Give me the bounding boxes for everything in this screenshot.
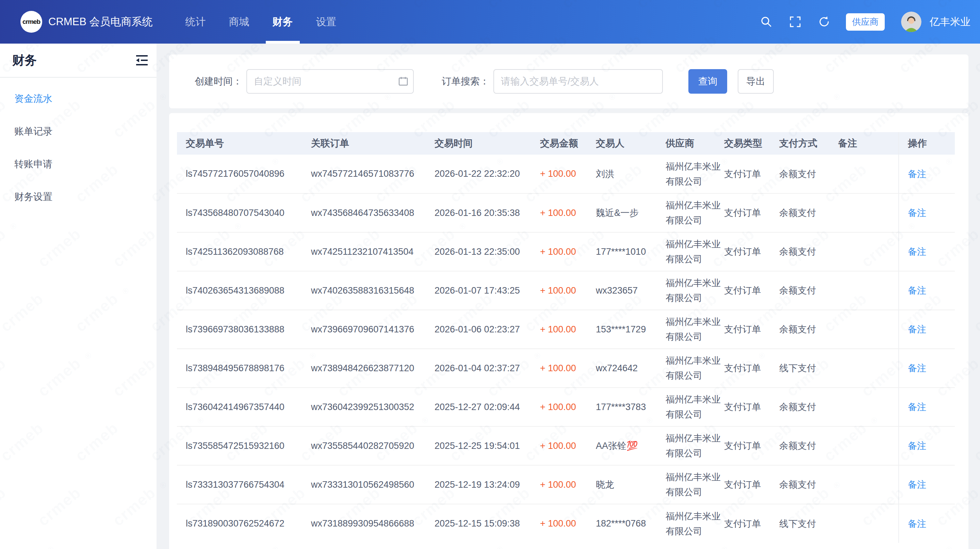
cell-remark [829,193,899,232]
collapse-menu-icon[interactable] [135,54,149,66]
column-header-9: 操作 [899,132,955,155]
remark-link[interactable]: 备注 [908,363,926,373]
cell-actions: 备注 [899,155,955,193]
cell-no: ls742511362093088768 [177,232,302,271]
table-body: ls745772176057040896wx745772146571083776… [177,155,955,543]
cell-no: ls743568480707543040 [177,193,302,232]
cell-type: 支付订单 [715,155,770,193]
order-search-input[interactable] [493,69,663,94]
date-range-input[interactable] [247,69,414,94]
sidebar-item-0[interactable]: 资金流水 [0,82,156,115]
cell-supplier: 福州亿丰米业有限公司 [657,349,715,388]
table-row: ls743568480707543040wx743568464735633408… [177,193,955,232]
cell-time: 2026-01-13 22:35:00 [426,232,531,271]
avatar[interactable] [901,11,921,32]
remark-link[interactable]: 备注 [908,247,926,257]
remark-link[interactable]: 备注 [908,441,926,451]
cell-time: 2025-12-15 15:09:38 [426,504,531,543]
watermark-text: crmeb [970,418,980,465]
nav-item-2[interactable]: 财务 [261,0,305,44]
cell-time: 2026-01-07 17:43:25 [426,271,531,310]
cell-user: 153****1729 [587,310,657,349]
cell-amount: + 100.00 [531,426,587,465]
cell-type: 支付订单 [715,193,770,232]
cell-amount: + 100.00 [531,388,587,426]
cell-order: wx742511232107413504 [302,232,426,271]
search-icon[interactable] [760,16,772,28]
table-row: ls738948495678898176wx738948426623877120… [177,349,955,388]
cell-actions: 备注 [899,426,955,465]
column-header-3: 交易金额 [531,132,587,155]
cell-time: 2026-01-16 20:35:38 [426,193,531,232]
cell-type: 支付订单 [715,465,770,504]
table-row: ls745772176057040896wx745772146571083776… [177,155,955,193]
transactions-table-card: 交易单号关联订单交易时间交易金额交易人供应商交易类型支付方式备注操作 ls745… [169,113,969,549]
cell-order: wx743568464735633408 [302,193,426,232]
header-right-tools: 供应商 亿丰米业 [743,11,970,32]
table-header-row: 交易单号关联订单交易时间交易金额交易人供应商交易类型支付方式备注操作 [177,132,955,155]
cell-pay: 余额支付 [770,232,829,271]
cell-type: 支付订单 [715,232,770,271]
cell-order: wx736042399251300352 [302,388,426,426]
table-row: ls742511362093088768wx742511232107413504… [177,232,955,271]
cell-time: 2025-12-19 13:24:09 [426,465,531,504]
column-header-7: 支付方式 [770,132,829,155]
username[interactable]: 亿丰米业 [930,15,970,29]
sidebar-menu: 资金流水账单记录转账申请财务设置 [0,78,156,213]
watermark-text: crmeb [970,289,980,336]
date-filter-label: 创建时间： [195,75,242,88]
remark-link[interactable]: 备注 [908,286,926,295]
cell-no: ls736042414967357440 [177,388,302,426]
cell-pay: 余额支付 [770,426,829,465]
nav-item-3[interactable]: 设置 [305,0,348,44]
cell-supplier: 福州亿丰米业有限公司 [657,155,715,193]
cell-amount: + 100.00 [531,232,587,271]
filter-bar: 创建时间： 订单搜索： 查询 导出 [169,54,969,108]
sidebar-item-1[interactable]: 账单记录 [0,115,156,148]
main-content: 创建时间： 订单搜索： 查询 导出 交易单号关联订单交易时间交易金额交易人供应商… [169,44,969,549]
remark-link[interactable]: 备注 [908,480,926,490]
cell-order: wx738948426623877120 [302,349,426,388]
cell-remark [829,465,899,504]
watermark-text: crmeb [970,160,980,206]
cell-no: ls731890030762524672 [177,504,302,543]
cell-type: 支付订单 [715,349,770,388]
cell-amount: + 100.00 [531,193,587,232]
table-row: ls739669738036133888wx739669709607141376… [177,310,955,349]
cell-user: wx323657 [587,271,657,310]
refresh-icon[interactable] [818,16,830,28]
column-header-4: 交易人 [587,132,657,155]
export-button[interactable]: 导出 [738,69,774,94]
sidebar-item-2[interactable]: 转账申请 [0,148,156,180]
top-nav: 统计商城财务设置 [174,0,348,44]
remark-link[interactable]: 备注 [908,519,926,529]
cell-user: 刘洪 [587,155,657,193]
remark-link[interactable]: 备注 [908,324,926,334]
cell-remark [829,504,899,543]
remark-link[interactable]: 备注 [908,208,926,218]
cell-supplier: 福州亿丰米业有限公司 [657,426,715,465]
column-header-5: 供应商 [657,132,715,155]
cell-no: ls739669738036133888 [177,310,302,349]
query-button[interactable]: 查询 [688,69,727,94]
remark-link[interactable]: 备注 [908,169,926,179]
column-header-6: 交易类型 [715,132,770,155]
cell-no: ls733313037766754304 [177,465,302,504]
cell-user: wx724642 [587,349,657,388]
cell-pay: 线下支付 [770,349,829,388]
cell-supplier: 福州亿丰米业有限公司 [657,193,715,232]
fullscreen-icon[interactable] [789,16,801,27]
cell-actions: 备注 [899,271,955,310]
crmeb-logo-icon: crmeb [21,11,42,33]
cell-supplier: 福州亿丰米业有限公司 [657,232,715,271]
remark-link[interactable]: 备注 [908,402,926,412]
order-search-label: 订单搜索： [442,75,489,88]
cell-amount: + 100.00 [531,271,587,310]
cell-amount: + 100.00 [531,465,587,504]
nav-item-0[interactable]: 统计 [174,0,218,44]
cell-remark [829,310,899,349]
watermark-reg-mark: ® [158,479,169,491]
nav-item-1[interactable]: 商城 [218,0,261,44]
cell-supplier: 福州亿丰米业有限公司 [657,271,715,310]
sidebar-item-3[interactable]: 财务设置 [0,180,156,213]
